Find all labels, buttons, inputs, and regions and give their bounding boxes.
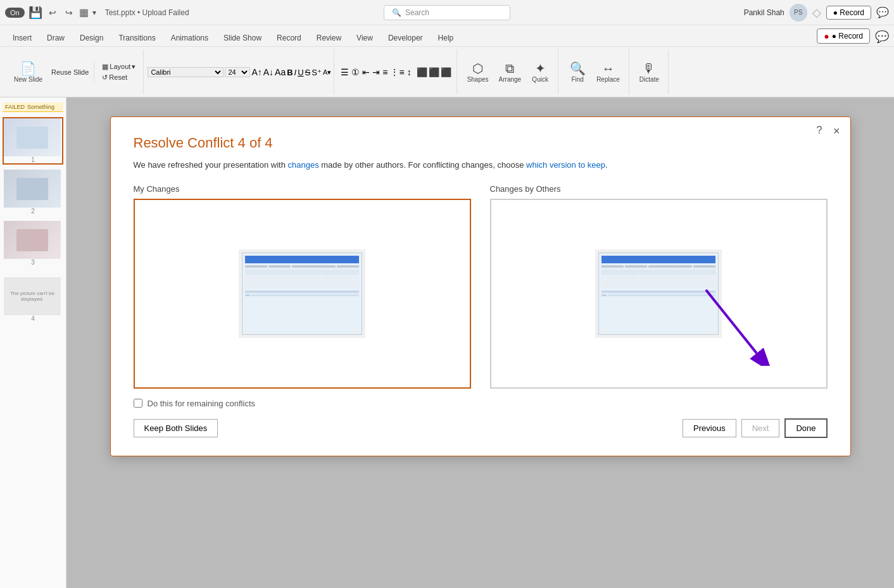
- reset-button[interactable]: ↺ Reset: [99, 73, 138, 82]
- quick-button[interactable]: ✦ Quick: [527, 59, 553, 84]
- numbering-button[interactable]: ①: [351, 67, 360, 77]
- version-link[interactable]: which version to keep: [526, 160, 605, 170]
- replace-icon: ↔: [601, 61, 614, 76]
- italic-button[interactable]: I: [294, 68, 297, 77]
- ribbon-group-slides: 📄 New Slide Reuse Slide ▦ Layout ▾ ↺ Res…: [5, 49, 144, 94]
- bullets-button[interactable]: ☰: [341, 67, 349, 77]
- new-slide-icon: 📄: [20, 61, 36, 76]
- present-icon[interactable]: ▦: [79, 6, 89, 18]
- new-slide-button[interactable]: 📄 New Slide: [10, 59, 46, 84]
- ribbon-group-voice: 🎙 Dictate: [631, 49, 669, 94]
- slide-thumb-2[interactable]: 2: [3, 168, 63, 216]
- search-box[interactable]: 🔍 Search: [384, 5, 510, 20]
- replace-button[interactable]: ↔ Replace: [593, 60, 624, 84]
- underline-button[interactable]: U: [298, 68, 303, 77]
- bold-button[interactable]: B: [287, 68, 293, 77]
- arrange-button[interactable]: ⧉ Arrange: [495, 60, 526, 84]
- done-button[interactable]: Done: [784, 418, 827, 438]
- user-name: Pankil Shah: [744, 8, 784, 17]
- tab-review[interactable]: Review: [309, 30, 349, 46]
- redo-button[interactable]: ↪: [63, 6, 75, 19]
- tab-design[interactable]: Design: [72, 30, 111, 46]
- shapes-icon: ⬡: [472, 61, 483, 76]
- increase-indent-button[interactable]: ⇥: [372, 67, 380, 77]
- changes-by-others-slide: [595, 249, 722, 338]
- record-title-button[interactable]: ● Record: [826, 6, 871, 20]
- dictate-button[interactable]: 🎙 Dictate: [636, 60, 663, 84]
- dialog-close-button[interactable]: ×: [833, 125, 840, 138]
- text-shadow-button[interactable]: S⁺: [312, 68, 322, 77]
- changes-by-others-label: Changes by Others: [490, 184, 828, 194]
- align-text-button[interactable]: ≡: [382, 67, 387, 77]
- changes-link[interactable]: changes: [288, 160, 319, 170]
- font-shrink-button[interactable]: A↓: [263, 67, 274, 77]
- dictate-label: Dictate: [639, 76, 659, 83]
- save-icon[interactable]: 💾: [28, 6, 42, 20]
- more-icon[interactable]: ▾: [92, 8, 96, 17]
- tab-draw[interactable]: Draw: [39, 30, 72, 46]
- record-ribbon-button[interactable]: ● ● Record: [817, 28, 870, 44]
- slide-thumb-4[interactable]: The picture can't be displayed. 4: [3, 276, 63, 323]
- remaining-conflicts-checkbox[interactable]: [134, 399, 142, 408]
- my-changes-label: My Changes: [134, 184, 471, 194]
- arrange-label: Arrange: [499, 76, 522, 83]
- toggle-button[interactable]: On: [5, 8, 25, 18]
- slide-placeholder-text: The picture can't be displayed.: [4, 288, 61, 304]
- ribbon-group-drawing: ⬡ Shapes ⧉ Arrange ✦ Quick: [458, 49, 559, 94]
- find-button[interactable]: 🔍 Find: [565, 59, 590, 84]
- ribbon-group-font: Calibri 24 A↑ A↓ Aa B I U S S⁺ A▾: [145, 49, 334, 94]
- my-changes-preview[interactable]: [134, 199, 471, 389]
- quick-label: Quick: [532, 76, 548, 83]
- record-dot-icon: ●: [824, 31, 829, 41]
- find-icon: 🔍: [570, 61, 586, 76]
- resolve-conflict-dialog: ? × Resolve Conflict 4 of 4 We have refr…: [110, 116, 851, 456]
- failed-bar: FAILED Something: [3, 103, 63, 112]
- align-right-button[interactable]: ⬛: [441, 67, 451, 77]
- tab-animations[interactable]: Animations: [163, 30, 216, 46]
- next-button[interactable]: Next: [741, 419, 780, 437]
- tab-slideshow[interactable]: Slide Show: [216, 30, 269, 46]
- align-center-button[interactable]: ⬛: [429, 67, 439, 77]
- titlebar-right: Pankil Shah PS ◇ ● Record 💬: [510, 4, 889, 22]
- filename-label: Test.pptx • Upload Failed: [105, 8, 189, 17]
- slide-thumb-1[interactable]: 1: [3, 117, 63, 165]
- tab-help[interactable]: Help: [431, 30, 462, 46]
- titlebar: On 💾 ↩ ↪ ▦ ▾ Test.pptx • Upload Failed 🔍…: [0, 0, 894, 25]
- strikethrough-button[interactable]: S: [305, 68, 311, 77]
- undo-button[interactable]: ↩: [46, 6, 59, 19]
- shapes-button[interactable]: ⬡ Shapes: [463, 59, 493, 84]
- tab-view[interactable]: View: [349, 30, 381, 46]
- layout-button[interactable]: ▦ Layout ▾: [99, 62, 138, 72]
- line-spacing-button[interactable]: ↕: [407, 67, 412, 77]
- layout-icon: ▦: [102, 63, 108, 71]
- slide-thumb-3[interactable]: 3: [3, 220, 63, 267]
- tab-insert[interactable]: Insert: [5, 30, 39, 46]
- changes-by-others-preview[interactable]: [490, 199, 828, 389]
- tab-developer[interactable]: Developer: [381, 30, 431, 46]
- decrease-indent-button[interactable]: ⇤: [362, 67, 370, 77]
- dialog-help-button[interactable]: ?: [817, 125, 822, 136]
- main-area: FAILED Something 1 2 3 The picture can't…: [0, 97, 894, 588]
- font-size-select[interactable]: 24: [225, 67, 250, 77]
- failed-message: Something: [27, 104, 54, 110]
- align-left-button[interactable]: ⬛: [417, 67, 427, 77]
- font-grow-button[interactable]: A↑: [251, 67, 261, 77]
- tab-record[interactable]: Record: [269, 30, 309, 46]
- change-case-button[interactable]: Aa: [275, 67, 286, 77]
- new-slide-label: New Slide: [14, 76, 42, 83]
- tab-transitions[interactable]: Transitions: [111, 30, 163, 46]
- font-color-button[interactable]: A▾: [323, 68, 331, 77]
- font-family-select[interactable]: Calibri: [148, 67, 224, 77]
- columns-button[interactable]: ⋮≡: [390, 67, 404, 77]
- search-icon: 🔍: [392, 8, 401, 17]
- search-placeholder: Search: [405, 8, 429, 17]
- arrange-icon: ⧉: [505, 61, 514, 76]
- keep-both-slides-button[interactable]: Keep Both Slides: [134, 419, 218, 437]
- record-ribbon-label: ● Record: [832, 32, 863, 41]
- reuse-slide-button[interactable]: Reuse Slide: [49, 68, 91, 77]
- comments-ribbon-icon[interactable]: 💬: [875, 30, 889, 44]
- footer-right: Previous Next Done: [683, 418, 827, 438]
- previous-button[interactable]: Previous: [683, 419, 736, 437]
- slide-num-2: 2: [4, 208, 62, 215]
- ribbon: 📄 New Slide Reuse Slide ▦ Layout ▾ ↺ Res…: [0, 47, 894, 97]
